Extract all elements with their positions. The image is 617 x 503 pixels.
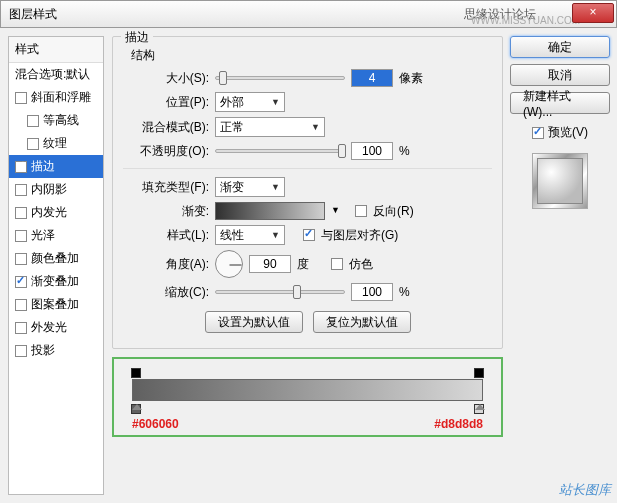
opacity-stop-left[interactable]	[131, 368, 141, 378]
filltype-select[interactable]: 渐变	[215, 177, 285, 197]
brand-url: WWW.MISSYUAN.COM	[471, 15, 580, 26]
opacity-unit: %	[399, 144, 410, 158]
close-button[interactable]: ×	[572, 3, 614, 23]
sidebar-item[interactable]: 等高线	[9, 109, 103, 132]
color-stop-right[interactable]	[474, 404, 484, 414]
size-input[interactable]: 4	[351, 69, 393, 87]
reverse-checkbox[interactable]	[355, 205, 367, 217]
opacity-slider[interactable]	[215, 149, 345, 153]
newstyle-button[interactable]: 新建样式(W)...	[510, 92, 610, 114]
sidebar-item-label: 外发光	[31, 319, 67, 336]
sidebar-item-label: 光泽	[31, 227, 55, 244]
angle-input[interactable]: 90	[249, 255, 291, 273]
sidebar-item-label: 图案叠加	[31, 296, 79, 313]
style-select[interactable]: 线性	[215, 225, 285, 245]
style-checkbox[interactable]	[15, 322, 27, 334]
sidebar-item[interactable]: 渐变叠加	[9, 270, 103, 293]
style-checkbox[interactable]	[27, 138, 39, 150]
opacity-label: 不透明度(O):	[123, 143, 209, 160]
ok-button[interactable]: 确定	[510, 36, 610, 58]
stroke-fieldset: 描边 结构 大小(S): 4 像素 位置(P): 外部 混合模式(B): 正常	[112, 36, 503, 349]
gradient-preview[interactable]	[215, 202, 325, 220]
sidebar-item[interactable]: 投影	[9, 339, 103, 362]
sidebar-item[interactable]: 颜色叠加	[9, 247, 103, 270]
sidebar-blend-options[interactable]: 混合选项:默认	[9, 63, 103, 86]
sidebar-item-label: 投影	[31, 342, 55, 359]
style-checkbox[interactable]	[15, 92, 27, 104]
style-checkbox[interactable]	[15, 184, 27, 196]
reset-default-button[interactable]: 复位为默认值	[313, 311, 411, 333]
filltype-label: 填充类型(F):	[123, 179, 209, 196]
style-checkbox[interactable]	[27, 115, 39, 127]
main-area: 描边 结构 大小(S): 4 像素 位置(P): 外部 混合模式(B): 正常	[112, 36, 609, 495]
sidebar-item-label: 描边	[31, 158, 55, 175]
sidebar-header: 样式	[9, 37, 103, 63]
position-label: 位置(P):	[123, 94, 209, 111]
style-label: 样式(L):	[123, 227, 209, 244]
dither-checkbox[interactable]	[331, 258, 343, 270]
watermark: 站长图库	[559, 481, 611, 499]
sidebar-item[interactable]: 图案叠加	[9, 293, 103, 316]
style-checkbox[interactable]	[15, 253, 27, 265]
style-checkbox[interactable]	[15, 299, 27, 311]
blendmode-select[interactable]: 正常	[215, 117, 325, 137]
gradient-label: 渐变:	[123, 203, 209, 220]
scale-input[interactable]: 100	[351, 283, 393, 301]
window-title: 图层样式	[9, 6, 57, 23]
preview-swatch	[532, 153, 588, 209]
color-stop-left[interactable]	[131, 404, 141, 414]
style-checkbox[interactable]	[15, 207, 27, 219]
styles-sidebar: 样式 混合选项:默认 斜面和浮雕等高线纹理描边内阴影内发光光泽颜色叠加渐变叠加图…	[8, 36, 104, 495]
preview-label: 预览(V)	[548, 124, 588, 141]
angle-unit: 度	[297, 256, 309, 273]
align-checkbox[interactable]	[303, 229, 315, 241]
angle-label: 角度(A):	[123, 256, 209, 273]
stroke-legend: 描边	[121, 29, 153, 46]
cancel-button[interactable]: 取消	[510, 64, 610, 86]
scale-unit: %	[399, 285, 410, 299]
scale-slider[interactable]	[215, 290, 345, 294]
style-checkbox[interactable]	[15, 276, 27, 288]
style-checkbox[interactable]	[15, 230, 27, 242]
sidebar-item[interactable]: 内阴影	[9, 178, 103, 201]
size-unit: 像素	[399, 70, 423, 87]
gradient-editor: #606060 #d8d8d8	[112, 357, 503, 437]
sidebar-item-label: 内发光	[31, 204, 67, 221]
titlebar: 图层样式 思缘设计论坛 WWW.MISSYUAN.COM ×	[0, 0, 617, 28]
set-default-button[interactable]: 设置为默认值	[205, 311, 303, 333]
reverse-label: 反向(R)	[373, 203, 414, 220]
sidebar-item[interactable]: 内发光	[9, 201, 103, 224]
dialog-body: 样式 混合选项:默认 斜面和浮雕等高线纹理描边内阴影内发光光泽颜色叠加渐变叠加图…	[0, 28, 617, 503]
sidebar-item-label: 斜面和浮雕	[31, 89, 91, 106]
style-checkbox[interactable]	[15, 161, 27, 173]
right-column: 确定 取消 新建样式(W)... 预览(V)	[511, 36, 609, 495]
opacity-input[interactable]: 100	[351, 142, 393, 160]
opacity-stop-right[interactable]	[474, 368, 484, 378]
sidebar-item[interactable]: 纹理	[9, 132, 103, 155]
gradient-right-value: #d8d8d8	[434, 417, 483, 431]
size-slider[interactable]	[215, 76, 345, 80]
sidebar-item-label: 渐变叠加	[31, 273, 79, 290]
blendmode-label: 混合模式(B):	[123, 119, 209, 136]
angle-dial[interactable]	[215, 250, 243, 278]
sidebar-item[interactable]: 光泽	[9, 224, 103, 247]
dither-label: 仿色	[349, 256, 373, 273]
sidebar-item-label: 内阴影	[31, 181, 67, 198]
position-select[interactable]: 外部	[215, 92, 285, 112]
gradient-left-value: #606060	[132, 417, 179, 431]
sidebar-item[interactable]: 斜面和浮雕	[9, 86, 103, 109]
sidebar-item[interactable]: 描边	[9, 155, 103, 178]
sidebar-item-label: 纹理	[43, 135, 67, 152]
sidebar-item[interactable]: 外发光	[9, 316, 103, 339]
align-label: 与图层对齐(G)	[321, 227, 398, 244]
structure-label: 结构	[131, 47, 492, 64]
sidebar-item-label: 颜色叠加	[31, 250, 79, 267]
scale-label: 缩放(C):	[123, 284, 209, 301]
style-checkbox[interactable]	[15, 345, 27, 357]
size-label: 大小(S):	[123, 70, 209, 87]
sidebar-item-label: 等高线	[43, 112, 79, 129]
gradient-bar[interactable]	[132, 379, 483, 401]
preview-checkbox[interactable]	[532, 127, 544, 139]
